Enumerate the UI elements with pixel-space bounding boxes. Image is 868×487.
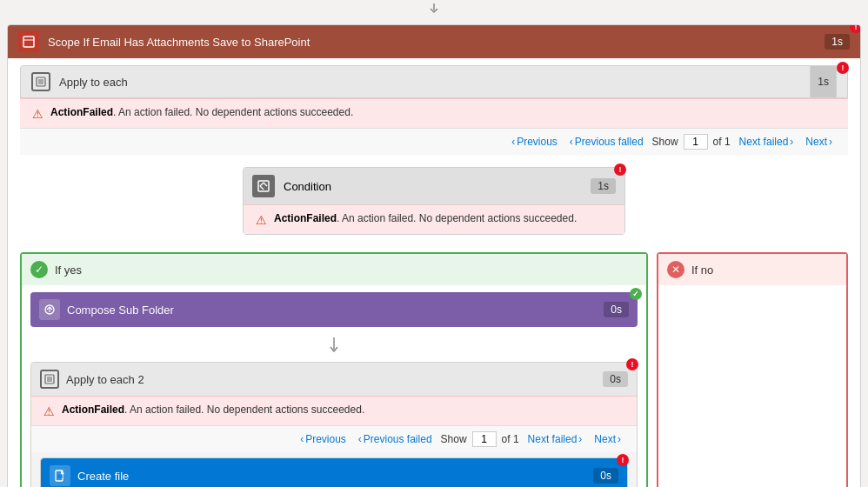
prev-failed-button-top[interactable]: ‹ Previous falled (566, 134, 647, 150)
chevron-left-failed-inner: ‹ (358, 433, 362, 445)
check-circle: ✓ (30, 261, 48, 278)
if-no-panel: ✕ If no (657, 252, 848, 487)
svg-rect-0 (23, 37, 34, 47)
apply-each-error-dot: ! (837, 62, 849, 74)
apply-each-duration: 1s (810, 65, 837, 98)
svg-line-8 (264, 183, 267, 186)
svg-line-7 (260, 183, 264, 186)
next-button-inner[interactable]: Next › (591, 431, 624, 447)
pagination-top: ‹ Previous ‹ Previous falled Show of 1 N… (20, 128, 848, 155)
condition-error-banner: ⚠ ActionFailed. An action failed. No dep… (244, 204, 624, 234)
next-failed-button-top[interactable]: Next failed › (736, 134, 798, 150)
chevron-left-top: ‹ (511, 136, 515, 148)
scope-title: Scope If Email Has Attachments Save to S… (48, 36, 825, 49)
chevron-right-failed-inner: › (578, 433, 582, 445)
apply-each-bar: Apply to each 1s ! (20, 65, 848, 98)
create-file-icon (50, 465, 70, 486)
compose-sub-folder-duration: 0s (604, 302, 629, 317)
prev-button-inner[interactable]: ‹ Previous (297, 431, 350, 447)
apply-each-2-warn-icon: ⚠ (43, 404, 55, 418)
chevron-left-failed-top: ‹ (570, 136, 573, 148)
svg-rect-6 (258, 181, 269, 191)
condition-icon (252, 175, 275, 197)
create-file-title: Create file (77, 470, 593, 483)
scope-error-dot: ! (850, 24, 861, 33)
chevron-right-failed-top: › (790, 136, 793, 148)
scope-duration: 1s (825, 34, 850, 50)
page-input-inner[interactable] (472, 431, 497, 447)
compose-sub-folder-header: Compose Sub Folder 0s ✓ (30, 292, 638, 327)
svg-line-9 (260, 186, 264, 190)
page-input-top[interactable] (684, 134, 708, 150)
if-yes-panel: ✓ If yes Compose Sub Folder (20, 252, 648, 487)
condition-duration: 1s (591, 178, 616, 194)
pagination-inner: ‹ Previous ‹ Previous failed Show of 1 N… (31, 425, 637, 452)
of-label-inner: of 1 (502, 433, 519, 445)
condition-warn-icon: ⚠ (256, 213, 267, 227)
if-no-header: ✕ If no (658, 254, 846, 285)
condition-header: Condition 1s ! (244, 168, 624, 204)
apply-each-error-text: ActionFailed. An action failed. No depen… (50, 106, 353, 118)
compose-sub-folder-title: Compose Sub Folder (67, 304, 604, 317)
apply-each-2-title: Apply to each 2 (66, 373, 603, 386)
apply-each-error-banner: ⚠ ActionFailed. An action failed. No dep… (20, 98, 848, 128)
apply-each-2-error-dot: ! (626, 358, 638, 370)
compose-sub-folder-block: Compose Sub Folder 0s ✓ (30, 292, 638, 327)
prev-failed-button-inner[interactable]: ‹ Previous failed (355, 431, 436, 447)
compose-icon (39, 299, 60, 320)
next-failed-button-inner[interactable]: Next failed › (524, 431, 586, 447)
create-file-header: Create file 0s ! (41, 458, 627, 487)
create-file-error-dot: ! (617, 454, 629, 466)
of-label-top: of 1 (713, 136, 731, 148)
apply-each-2-header: Apply to each 2 0s ! (31, 363, 637, 396)
chevron-right-top: › (829, 136, 832, 148)
show-label-inner: Show (441, 433, 467, 445)
apply-each-2-block: Apply to each 2 0s ! ⚠ ActionFailed. An … (30, 362, 638, 487)
next-button-top[interactable]: Next › (802, 134, 836, 150)
apply-each-2-duration: 0s (603, 371, 628, 387)
apply-each-title: Apply to each (59, 76, 810, 89)
chevron-right-inner: › (618, 433, 621, 445)
condition-title: Condition (284, 180, 591, 193)
x-circle: ✕ (667, 261, 684, 278)
if-no-label: If no (691, 264, 713, 277)
scope-bar: Scope If Email Has Attachments Save to S… (8, 25, 860, 58)
chevron-left-inner: ‹ (300, 433, 304, 445)
apply-each-2-icon (40, 370, 59, 389)
compose-success-dot: ✓ (630, 288, 642, 300)
condition-error-dot: ! (614, 163, 626, 176)
apply-each-warn-icon: ⚠ (32, 107, 43, 121)
if-yes-header: ✓ If yes (22, 254, 646, 285)
condition-error-text: ActionFailed. An action failed. No depen… (274, 212, 577, 224)
apply-each-2-error-text: ActionFailed. An action failed. No depen… (62, 404, 364, 416)
create-file-block: Create file 0s ! ⚠ InvalidTemplate. Unab… (40, 457, 628, 487)
prev-button-top[interactable]: ‹ Previous (508, 134, 561, 150)
if-yes-label: If yes (55, 264, 82, 277)
if-panels: ✓ If yes Compose Sub Folder (20, 252, 848, 487)
create-file-duration: 0s (593, 468, 618, 484)
apply-each-2-error-banner: ⚠ ActionFailed. An action failed. No dep… (31, 396, 637, 425)
arrow-down (22, 334, 646, 358)
scope-icon (18, 31, 39, 52)
show-label-top: Show (652, 136, 678, 148)
apply-each-icon (31, 72, 50, 91)
